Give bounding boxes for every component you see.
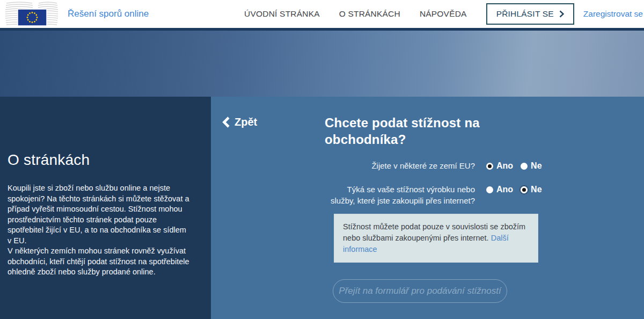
question-column: Chcete podat stížnost na obchodníka? Žij… (325, 97, 555, 303)
radio-group-online-purchase: Ano Ne (486, 184, 542, 194)
back-label: Zpět (235, 116, 257, 128)
chevron-right-icon (559, 10, 564, 18)
radio-option-yes[interactable]: Ano (486, 161, 513, 171)
question-row-eu-resident: Žijete v některé ze zemí EU? Ano Ne (325, 160, 555, 171)
question-label: Žijete v některé ze zemí EU? (325, 160, 475, 171)
sidebar-paragraph-2: V některých zemích mohou stránek rovněž … (8, 246, 192, 278)
page-title: Chcete podat stížnost na obchodníka? (325, 114, 510, 148)
sidebar-title: O stránkách (8, 151, 197, 169)
radio-label-yes: Ano (496, 161, 513, 171)
hero-banner (0, 31, 644, 97)
sidebar-about-panel: O stránkách Koupili jste si zboží nebo s… (0, 97, 211, 319)
register-link[interactable]: Zaregistrovat se (583, 9, 643, 19)
radio-button-no[interactable] (521, 163, 528, 170)
page: Řešení sporů online ÚVODNÍ STRÁNKA O STR… (0, 0, 644, 319)
radio-button-yes[interactable] (486, 186, 493, 193)
questions: Žijete v některé ze zemí EU? Ano Ne (325, 160, 555, 206)
info-box: Stížnost můžete podat pouze v souvislost… (334, 214, 538, 263)
login-button-label: PŘIHLÁSIT SE (496, 9, 554, 19)
radio-label-yes: Ano (496, 185, 513, 194)
nav-item-help[interactable]: NÁPOVĚDA (420, 9, 467, 19)
radio-option-no[interactable]: Ne (521, 185, 541, 194)
radio-label-no: Ne (531, 161, 541, 171)
radio-button-no-checked-focused[interactable] (521, 186, 528, 193)
nav-item-about[interactable]: O STRÁNKÁCH (339, 9, 400, 19)
question-row-online-purchase: Týká se vaše stížnost výrobku nebo služb… (325, 184, 555, 206)
radio-option-yes[interactable]: Ano (486, 185, 513, 194)
radio-button-yes-checked[interactable] (486, 163, 493, 170)
main-nav: ÚVODNÍ STRÁNKA O STRÁNKÁCH NÁPOVĚDA PŘIH… (244, 3, 644, 25)
chevron-left-icon (222, 117, 230, 128)
radio-group-eu-resident: Ano Ne (486, 160, 542, 171)
main-panel: Zpět Chcete podat stížnost na obchodníka… (211, 97, 644, 319)
radio-option-no[interactable]: Ne (521, 161, 541, 171)
radio-label-no: Ne (531, 185, 541, 194)
go-to-complaint-form-button[interactable]: Přejít na formulář pro podávání stížnost… (333, 279, 507, 303)
header: Řešení sporů online ÚVODNÍ STRÁNKA O STR… (0, 0, 644, 28)
back-link[interactable]: Zpět (222, 116, 257, 128)
question-label: Týká se vaše stížnost výrobku nebo služb… (325, 184, 475, 206)
content: O stránkách Koupili jste si zboží nebo s… (0, 97, 644, 319)
sidebar-paragraph-1: Koupili jste si zboží nebo službu online… (8, 183, 192, 246)
site-title[interactable]: Řešení sporů online (68, 9, 149, 19)
login-button[interactable]: PŘIHLÁSIT SE (486, 3, 574, 25)
european-commission-logo-icon[interactable] (4, 0, 64, 28)
nav-item-home[interactable]: ÚVODNÍ STRÁNKA (244, 9, 320, 19)
